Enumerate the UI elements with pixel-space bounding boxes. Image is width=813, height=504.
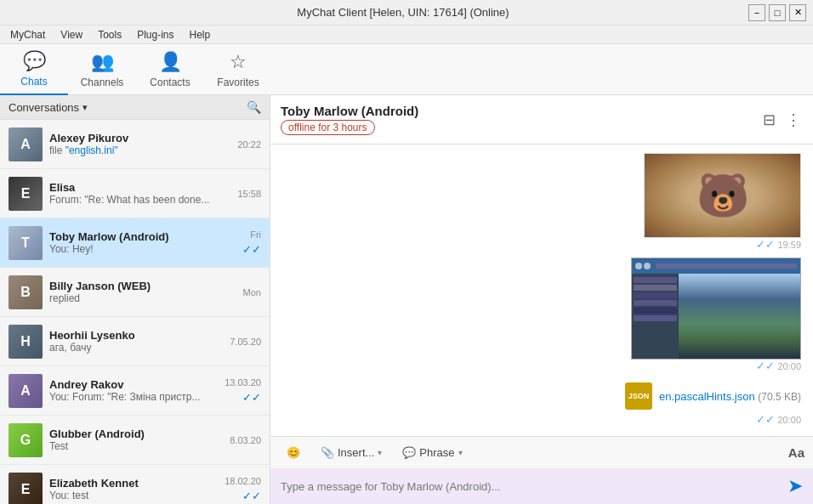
minimize-button[interactable]: − [748,4,765,21]
file-message: JSON en.pascalHints.json (70.5 KB) [625,379,801,413]
tab-contacts-label: Contacts [150,76,190,88]
read-ticks-icon: ✓✓ [242,490,261,502]
tab-chats-label: Chats [20,76,47,88]
conv-meta: 8.03.20 [230,435,261,445]
file-icon: JSON [625,382,652,410]
close-button[interactable]: ✕ [789,4,806,21]
list-item[interactable]: A Alexey Pikurov file "english.ini" 20:2… [0,120,270,169]
tab-contacts[interactable]: 👤 Contacts [136,44,204,95]
list-item[interactable]: E Elizabeth Kennet You: test 18.02.20 ✓✓ [0,465,270,504]
conv-name: Elisa [49,181,230,194]
read-ticks-icon: ✓✓ [242,391,261,404]
menu-view[interactable]: View [54,27,89,42]
conv-info: Andrey Rakov You: Forum: "Re: Зміна прис… [49,378,218,403]
insert-label: Insert... [338,446,374,459]
msg-time: 20:00 [777,415,801,425]
msg-ticks-icon: ✓✓ [756,413,775,426]
conv-meta: 7.05.20 [230,337,261,347]
title-bar-text: MyChat Client [Helen, UIN: 17614] (Onlin… [58,6,748,19]
conv-info: Toby Marlow (Android) You: Hey! [49,230,236,255]
text-format-button[interactable]: Aa [788,445,804,460]
conv-name: Andrey Rakov [49,378,218,391]
title-bar: MyChat Client [Helen, UIN: 17614] (Onlin… [0,0,813,25]
conv-time: 13.03.20 [225,377,261,388]
screenshot-image [631,258,801,360]
menu-help[interactable]: Help [183,27,218,42]
conv-preview: file "english.ini" [49,144,230,156]
bear-image: 🐻 [644,153,801,238]
menu-tools[interactable]: Tools [91,27,128,42]
chat-header: Toby Marlow (Android) offline for 3 hour… [270,95,813,144]
conversations-label: Conversations [9,101,79,114]
tab-chats[interactable]: 💬 Chats [0,44,68,95]
search-icon[interactable]: 🔍 [247,100,261,114]
avatar: H [9,325,43,359]
send-button[interactable]: ➤ [787,475,803,497]
message-input[interactable] [281,480,781,493]
message-input-area: ➤ [270,468,813,504]
conv-meta: Fri ✓✓ [242,229,261,256]
list-item[interactable]: G Glubber (Android) Test 8.03.20 [0,416,270,465]
menu-mychat[interactable]: MyChat [3,27,52,42]
conversations-header: Conversations ▾ 🔍 [0,95,270,120]
msg-time: 20:00 [777,361,801,371]
avatar: A [9,127,43,161]
conv-name: Alexey Pikurov [49,132,230,144]
list-item[interactable]: H Heorhii Lysenko ага, бачу 7.05.20 [0,317,270,366]
insert-button[interactable]: 📎 Insert... ▾ [313,442,389,463]
conv-meta: 18.02.20 ✓✓ [225,476,261,502]
contacts-icon: 👤 [159,51,182,73]
conv-name: Toby Marlow (Android) [49,230,236,243]
input-toolbar: 😊 📎 Insert... ▾ 💬 Phrase ▾ Aa [270,436,813,468]
emoji-icon: 😊 [287,446,300,459]
avatar: E [9,473,43,505]
main-layout: Conversations ▾ 🔍 A Alexey Pikurov file … [0,95,813,504]
conv-time: 18.02.20 [225,476,261,486]
tab-favorites-label: Favorites [217,76,259,88]
list-item[interactable]: E Elisa Forum: "Re: What has been done..… [0,169,270,218]
phrase-button[interactable]: 💬 Phrase ▾ [395,442,469,463]
chat-header-info: Toby Marlow (Android) offline for 3 hour… [281,104,418,135]
tab-channels[interactable]: 👥 Channels [68,44,136,95]
tab-favorites[interactable]: ☆ Favorites [204,44,272,95]
conv-name: Elizabeth Kennet [49,477,218,490]
phrase-icon: 💬 [402,446,416,459]
chevron-down-icon: ▾ [458,448,463,457]
conversation-list: A Alexey Pikurov file "english.ini" 20:2… [0,120,270,504]
conv-time: 7.05.20 [230,337,261,347]
menu-plugins[interactable]: Plug-ins [130,27,180,42]
right-panel: Toby Marlow (Android) offline for 3 hour… [270,95,813,504]
list-item[interactable]: B Billy Janson (WEB) replied Mon [0,268,270,317]
conv-time: Fri [250,229,261,240]
file-link[interactable]: en.pascalHints.json [659,390,755,403]
msg-ticks-icon: ✓✓ [756,238,775,251]
conv-preview: You: Hey! [49,243,236,255]
avatar: B [9,275,43,309]
menu-bar: MyChat View Tools Plug-ins Help [0,25,813,44]
chevron-down-icon: ▾ [378,448,382,457]
avatar: G [9,423,43,457]
conv-name: Heorhii Lysenko [49,329,223,342]
split-view-button[interactable]: ⊟ [761,109,777,131]
chats-icon: 💬 [23,50,46,72]
maximize-button[interactable]: □ [769,4,786,21]
conv-time: 20:22 [237,139,261,150]
msg-row: JSON en.pascalHints.json (70.5 KB) ✓✓ 20… [282,379,801,426]
msg-timestamp: ✓✓ 20:00 [756,413,801,426]
title-bar-controls: − □ ✕ [748,4,806,21]
file-size: (70.5 KB) [758,391,801,403]
list-item[interactable]: T Toby Marlow (Android) You: Hey! Fri ✓✓ [0,218,270,268]
msg-ticks-icon: ✓✓ [756,360,775,372]
list-item[interactable]: A Andrey Rakov You: Forum: "Re: Зміна пр… [0,366,270,416]
msg-timestamp: ✓✓ 20:00 [756,360,801,372]
msg-time: 19:59 [777,240,801,250]
emoji-button[interactable]: 😊 [279,442,308,463]
conv-meta: 13.03.20 ✓✓ [225,377,261,404]
more-options-button[interactable]: ⋮ [784,109,803,131]
left-panel: Conversations ▾ 🔍 A Alexey Pikurov file … [0,95,270,504]
conv-info: Elizabeth Kennet You: test [49,477,218,501]
chat-header-name: Toby Marlow (Android) [281,104,418,118]
tab-channels-label: Channels [81,76,124,88]
conv-preview: Test [49,440,223,452]
conv-info: Alexey Pikurov file "english.ini" [49,132,230,156]
